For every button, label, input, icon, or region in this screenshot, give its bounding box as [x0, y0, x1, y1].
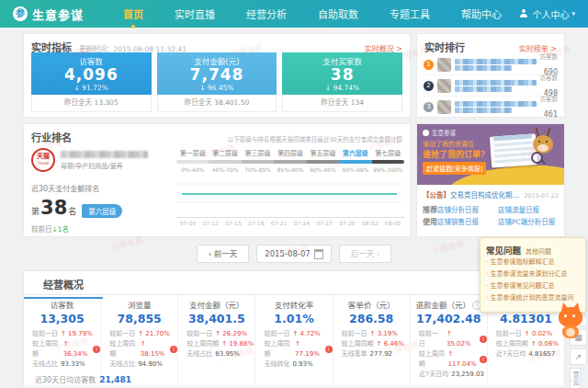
next-day-button[interactable]: 后一天 › [339, 245, 392, 263]
faq-link[interactable]: 生意参谋常见问题汇总 [486, 280, 580, 292]
nav-item-data[interactable]: 自助取数 [318, 6, 358, 21]
product-thumbnail-blurred [437, 58, 451, 72]
ranking-title: 实时排行 [424, 40, 465, 54]
metric-tile-refund[interactable]: 退款金额（元） 17,402.48 较前一日↑ 35.02% 较上周同期↑ 11… [411, 295, 488, 386]
top-nav: 参 生意参谋 首页 实时直播 经营分析 自助取数 专题工具 帮助中心 个人中心 … [0, 0, 588, 28]
shop-name-blurred [61, 151, 148, 158]
metric-delta: ↓ 94.74% [282, 84, 402, 92]
link-shop-analysis-daily[interactable]: 店铺分析日报 [437, 204, 498, 216]
user-menu-label: 个人中心 [532, 7, 569, 21]
realtime-metrics-panel: 实时指标 更新时间：2015-08-08 11:32:41 实时概况 > 访客数… [23, 33, 411, 118]
product-thumbnail-blurred [437, 100, 451, 114]
metric-tile-pageviews[interactable]: 浏览量 78,855 较前一日↑ 21.70% 较上周同期↑ 38.15% 无线… [101, 295, 178, 386]
ranking-item[interactable]: 1 访客数690 [424, 54, 558, 75]
announcement-text: 交易类目构成优化期间影响部分数据缺 [450, 189, 521, 200]
rank-metric-label: 近30天支付金额排名 [31, 183, 169, 193]
tier-ranges: 0%-40%40%-70% 70%-85%85%-90% 90%-95%95%-… [176, 166, 404, 173]
tab-tier-5[interactable]: 第五层级 [307, 148, 339, 157]
deer-mascot [531, 130, 559, 166]
overview-footer-stat: 近30天日均访客数21,481 [35, 374, 131, 384]
nav-item-help[interactable]: 帮助中心 [461, 6, 502, 21]
banner-line1: 谁动了我的资源位 [423, 139, 474, 148]
user-menu[interactable]: 个人中心 ▾ [519, 7, 575, 21]
ranking-item[interactable]: 2 访客数498 [424, 75, 558, 97]
metric-yesterday: 昨日全天 13,305 [31, 95, 152, 112]
nav-item-analysis[interactable]: 经营分析 [246, 6, 287, 21]
link-shop-pc-analysis-daily[interactable]: 店铺PC端分析日报 [498, 216, 559, 228]
helper-mascot[interactable] [555, 303, 586, 344]
rank-change: 较前日↓1名 [31, 223, 169, 234]
tab-tier-7[interactable]: 第七层级 [372, 148, 404, 157]
rank-number: 38 [40, 197, 67, 219]
tab-tier-1[interactable]: 第一层级 [176, 148, 209, 157]
tier-badge[interactable]: 第六层级 [82, 204, 122, 218]
metric-delta: ↓ 96.45% [157, 84, 277, 92]
feedback-button[interactable]: 意见 [570, 368, 581, 388]
faq-popup: 常见问题 其他问题 生意参谋指标解释汇总 生意参谋流量来源划分汇总 生意参谋常见… [480, 237, 586, 313]
banner-line2: 谁抢了我的订单？ [423, 148, 489, 160]
metric-card-buyers[interactable]: 支付买家数 38 ↓ 94.74% 昨日全天 134 [282, 52, 402, 112]
faq-title: 常见问题 [486, 244, 521, 257]
shop-category: 母婴/孕产妇用品/营养 [61, 161, 169, 170]
date-value: 2015-08-07 [265, 245, 310, 262]
brand-logo-icon: 参 [13, 6, 28, 21]
metric-tile-avg-order[interactable]: 客单价（元） 286.58 较前一日↑ 3.19% 较上周同期↑ 6.46% 无… [334, 295, 411, 386]
product-title-blurred [455, 58, 537, 72]
metric-value: 7,748 [157, 66, 277, 84]
tab-overview-active[interactable]: 经营概况 [24, 277, 103, 291]
faq-more-link[interactable]: 其他问题 [526, 246, 551, 256]
calendar-icon [314, 249, 323, 259]
metric-delta: ↓ 91.72% [31, 84, 152, 92]
promo-banner[interactable]: 生意参谋 谁动了我的资源位 谁抢了我的订单？ 赶紧猛戳[竞争情报] [417, 124, 564, 185]
banner-brand: 生意参谋 [432, 128, 456, 137]
user-icon [519, 9, 528, 18]
brand[interactable]: 参 生意参谋 [13, 6, 84, 23]
rank-2-badge: 2 [424, 81, 434, 91]
realtime-ranking-panel: 实时排行 实时榜单 > 1 访客数690 2 访客数498 3 访客数461 [416, 33, 565, 118]
promo-panel: 生意参谋 谁动了我的资源位 谁抢了我的订单？ 赶紧猛戳[竞争情报] 【公告】 交… [416, 123, 565, 237]
banner-cta[interactable]: 赶紧猛戳[竞争情报] [423, 162, 486, 175]
alert-icon [480, 336, 487, 343]
metric-tile-conversion[interactable]: 支付转化率 1.01% 较前一日↑ 4.72% 较上周同期↑ 77.19% 无线… [255, 295, 333, 386]
date-picker[interactable]: 2015-08-07 [256, 245, 331, 263]
metric-yesterday: 昨日全天 134 [282, 95, 402, 112]
nav-item-home[interactable]: 首页 [123, 6, 143, 21]
tier-gradient-bar [176, 160, 404, 164]
tab-tier-2[interactable]: 第二层级 [209, 148, 241, 157]
metric-card-payment[interactable]: 支付金额(元) 7,748 ↓ 96.45% 昨日全天 38,401.50 [157, 52, 277, 112]
tab-tier-6-active[interactable]: 第六层级 [339, 148, 371, 157]
metric-card-visitors[interactable]: 访客数 4,096 ↓ 91.72% 昨日全天 13,305 [31, 52, 152, 112]
prev-day-button[interactable]: ‹ 前一天 [197, 245, 250, 263]
ranking-metric-label: 访客数 [540, 51, 559, 61]
nav-item-live[interactable]: 实时直播 [175, 6, 215, 21]
product-title-blurred [455, 100, 537, 114]
metric-label: 访客数 [31, 55, 152, 66]
page: 参 生意参谋 首页 实时直播 经营分析 自助取数 专题工具 帮助中心 个人中心 … [0, 0, 588, 388]
rank-prefix: 第 [31, 205, 40, 217]
rank-suffix: 名 [68, 205, 76, 217]
share-icon[interactable]: ↗ [570, 348, 587, 365]
tmall-badge: 天猫 Tmall [31, 148, 55, 172]
industry-title: 行业排名 [31, 130, 72, 144]
metric-label: 支付买家数 [282, 55, 402, 66]
metric-value: 38 [282, 66, 402, 84]
faq-link[interactable]: 生意参谋指标解释汇总 [486, 257, 580, 268]
brand-name: 生意参谋 [32, 6, 84, 23]
metric-tile-payment[interactable]: 支付金额（元） 38,401.5 较前一日↑ 26.29% 较上周同期↑ 19.… [178, 295, 255, 386]
rank-1-badge: 1 [424, 60, 434, 70]
link-shop-traffic-daily[interactable]: 店铺流量日报 [498, 204, 559, 216]
chart-x-axis: 07-0907-12 07-1507-18 07-2107-24 07-2707… [176, 220, 404, 226]
alert-icon [480, 356, 487, 363]
ranking-item[interactable]: 3 访客数461 [424, 97, 558, 117]
tier-tabs: 第一层级 第二层级 第三层级 第四层级 第五层级 第六层级 第七层级 [176, 148, 404, 157]
tab-tier-3[interactable]: 第三层级 [242, 148, 274, 157]
metric-tile-visitors[interactable]: 访客数 13,305 较前一日↑ 19.79% 较上周同期↑ 36.34% 无线… [24, 295, 101, 386]
recommend-label: 推荐 使用 [423, 204, 437, 228]
nav-item-tools[interactable]: 专题工具 [390, 6, 430, 21]
link-shop-sales-daily[interactable]: 店铺销售日报 [437, 216, 498, 228]
alert-icon [93, 346, 100, 353]
faq-link[interactable]: 生意参谋流量来源划分汇总 [486, 268, 580, 280]
announcement[interactable]: 【公告】 交易类目构成优化期间影响部分数据缺 2015-07-22 [417, 185, 564, 200]
announcement-date: 2015-07-22 [524, 192, 559, 200]
tab-tier-4[interactable]: 第四层级 [274, 148, 306, 157]
